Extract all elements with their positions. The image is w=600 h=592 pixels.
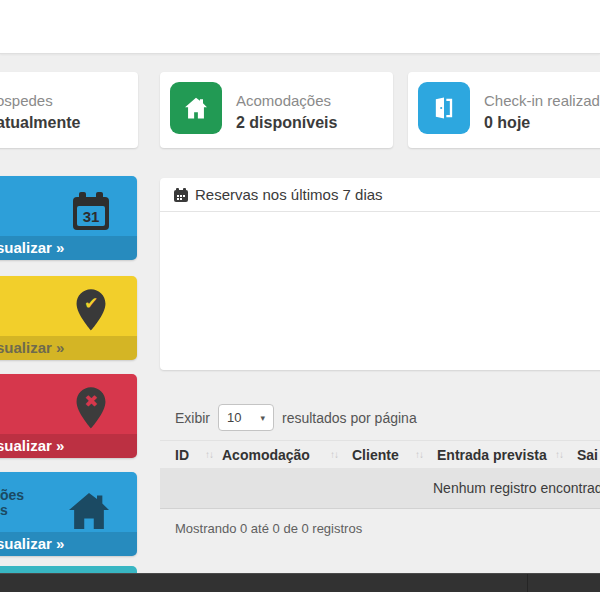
- table-header-row: ID ↑↓ Acomodação ↑↓ Cliente ↑↓ Entrada p…: [160, 440, 600, 469]
- column-header-acomodacao[interactable]: Acomodação: [222, 447, 310, 463]
- page-length-select[interactable]: 10 ▾: [218, 404, 274, 431]
- house-icon: [66, 491, 112, 535]
- page-length-control: Exibir 10 ▾ resultados por página: [175, 404, 417, 431]
- calendar-icon: 31: [73, 192, 109, 230]
- top-navbar: [0, 0, 600, 54]
- stat-card-checkins: Check-in realizado 0 hoje: [408, 72, 600, 148]
- panel-title: Reservas nos últimos 7 dias: [195, 186, 383, 203]
- length-label-after: resultados por página: [282, 410, 417, 426]
- column-header-saida[interactable]: Sai: [577, 447, 598, 463]
- stat-card-guests: ospedes atualmente: [0, 72, 138, 148]
- home-icon: [170, 82, 222, 134]
- column-header-entrada[interactable]: Entrada prevista: [437, 447, 547, 463]
- stat-label: Check-in realizado: [484, 90, 600, 111]
- visualize-link[interactable]: sualizar »: [0, 434, 137, 458]
- reservations-panel: Reservas nos últimos 7 dias Exibir 10 ▾ …: [160, 178, 600, 370]
- visualize-link[interactable]: sualizar »: [0, 532, 137, 556]
- sort-icon: ↑↓: [555, 449, 563, 460]
- chevron-down-icon: ▾: [260, 413, 265, 423]
- stat-label: ospedes: [0, 90, 80, 111]
- stat-value: 2 disponíveis: [236, 111, 337, 134]
- map-pin-check-icon: ✔: [72, 288, 110, 332]
- quick-card-reservations: 31 sualizar »: [0, 176, 137, 260]
- sort-icon: ↑↓: [205, 449, 213, 460]
- page-length-value: 10: [227, 410, 241, 425]
- quick-card-line1: ões: [0, 488, 24, 503]
- stat-value: atualmente: [0, 111, 80, 134]
- map-pin-x-icon: ✖: [72, 386, 110, 430]
- quick-card-accommodations: ões s sualizar »: [0, 472, 137, 556]
- visualize-link[interactable]: sualizar »: [0, 236, 137, 260]
- stat-value: 0 hoje: [484, 111, 600, 134]
- column-header-id[interactable]: ID: [175, 447, 189, 463]
- calendar-icon: [174, 188, 188, 202]
- table-empty-row: Nenhum registro encontrad: [160, 468, 600, 509]
- table-info: Mostrando 0 até 0 de 0 registros: [175, 521, 362, 536]
- sort-icon: ↑↓: [415, 449, 423, 460]
- column-header-cliente[interactable]: Cliente: [352, 447, 399, 463]
- stat-label: Acomodações: [236, 90, 337, 111]
- stat-card-accommodations: Acomodações 2 disponíveis: [160, 72, 393, 148]
- footer-bar: [0, 573, 600, 592]
- quick-card-line2: s: [0, 503, 24, 518]
- door-open-icon: [418, 82, 470, 134]
- panel-header: Reservas nos últimos 7 dias: [160, 178, 600, 212]
- quick-card-checkout: ✖ sualizar »: [0, 374, 137, 458]
- footer-bar-divider: [527, 574, 528, 592]
- quick-card-checkin-done: ✔ sualizar »: [0, 276, 137, 360]
- length-label-before: Exibir: [175, 410, 210, 426]
- visualize-link[interactable]: sualizar »: [0, 336, 137, 360]
- empty-message: Nenhum registro encontrad: [433, 480, 600, 496]
- sort-icon: ↑↓: [330, 449, 338, 460]
